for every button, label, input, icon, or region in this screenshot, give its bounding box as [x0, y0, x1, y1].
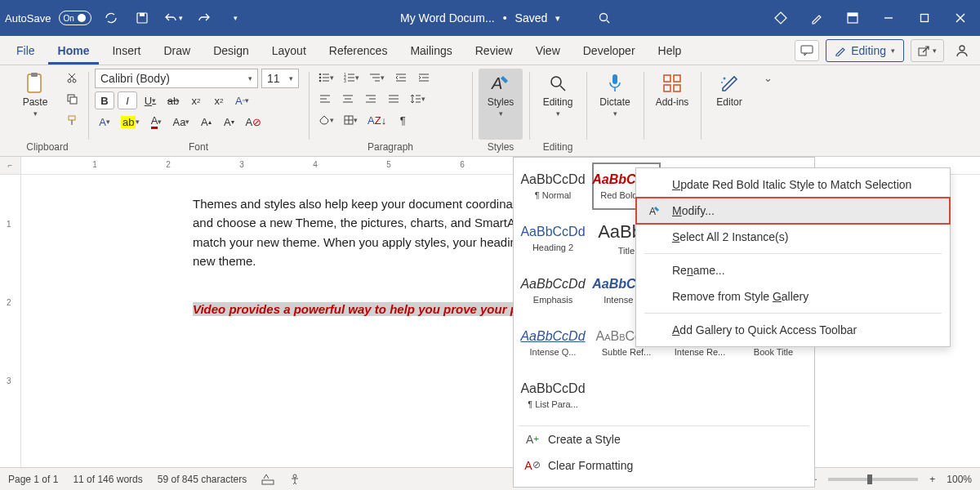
tab-file[interactable]: File [7, 36, 45, 65]
editing-group-button[interactable]: Editing▾ [536, 69, 580, 140]
spellcheck-icon[interactable] [261, 474, 274, 485]
tab-design[interactable]: Design [203, 36, 259, 65]
highlight-button[interactable]: ab▾ [118, 113, 143, 131]
status-words[interactable]: 11 of 146 words [73, 474, 142, 485]
shading-button[interactable]: ▾ [315, 111, 337, 129]
line-spacing-button[interactable]: ▾ [407, 90, 429, 108]
minimize-button[interactable] [877, 7, 900, 29]
align-right-button[interactable] [361, 90, 381, 108]
text-fill-button[interactable]: A▾ [95, 113, 114, 131]
svg-line-17 [69, 74, 74, 79]
decrease-indent-button[interactable] [391, 69, 411, 87]
ctx-remove-from-gallery[interactable]: Remove from Style Gallery [636, 283, 950, 310]
ctx-select-all-instances[interactable]: Select All 2 Instance(s) [636, 224, 950, 250]
svg-point-16 [73, 79, 76, 82]
cut-button[interactable] [62, 69, 82, 87]
underline-button[interactable]: U▾ [140, 91, 160, 109]
font-name-combo[interactable]: Calibri (Body)▾ [95, 69, 258, 88]
svg-rect-1 [140, 13, 145, 16]
style-cell[interactable]: AaBbCcDd¶ Normal [519, 163, 587, 210]
font-color-button[interactable]: A▾ [146, 113, 166, 131]
status-bar: Page 1 of 1 11 of 146 words 59 of 845 ch… [0, 467, 980, 490]
font-size-combo[interactable]: 11▾ [261, 69, 299, 88]
align-center-button[interactable] [338, 90, 358, 108]
tab-help[interactable]: Help [648, 36, 692, 65]
dictate-button[interactable]: Dictate▾ [593, 69, 637, 140]
tab-mailings[interactable]: Mailings [400, 36, 461, 65]
align-left-button[interactable] [315, 90, 335, 108]
clear-formatting-button[interactable]: A⊘ Clear Formatting [519, 452, 809, 479]
accessibility-icon[interactable] [289, 474, 301, 485]
tab-view[interactable]: View [526, 36, 570, 65]
ctx-update-style[interactable]: Update Red Bold Italic Style to Match Se… [636, 172, 950, 198]
change-case-button[interactable]: Aa▾ [169, 113, 193, 131]
close-button[interactable] [949, 7, 972, 29]
collapse-ribbon-button[interactable]: ⌄ [758, 67, 777, 156]
sort-button[interactable]: AZ↓ [364, 111, 390, 129]
ctx-rename-style[interactable]: Rename... [636, 257, 950, 283]
style-cell[interactable]: AaBbCcDdEmphasis [519, 267, 587, 314]
grow-font-button[interactable]: A▴ [196, 113, 216, 131]
tab-developer[interactable]: Developer [573, 36, 645, 65]
autosave-label: AutoSave [5, 12, 51, 24]
numbering-button[interactable]: 123▾ [341, 69, 363, 87]
maximize-button[interactable] [913, 7, 936, 29]
ctx-modify-style[interactable]: A Modify... [636, 198, 950, 224]
shrink-font-button[interactable]: A▾ [219, 113, 238, 131]
ruler-corner: ⌐ [0, 157, 21, 175]
pen-icon[interactable] [805, 7, 828, 29]
account-icon[interactable] [951, 39, 973, 62]
clear-formatting-button[interactable]: A⊘ [242, 113, 265, 131]
diamond-icon[interactable] [769, 7, 792, 29]
ctx-add-to-qat[interactable]: Add Gallery to Quick Access Toolbar [636, 317, 950, 343]
bullets-button[interactable]: ▾ [315, 69, 337, 87]
search-button[interactable] [593, 7, 616, 29]
style-cell[interactable]: AaBbCcDd¶ List Para... [519, 372, 587, 419]
zoom-in-button[interactable]: + [929, 474, 935, 485]
bold-button[interactable]: B [95, 91, 114, 109]
tab-review[interactable]: Review [466, 36, 523, 65]
share-button[interactable]: ▾ [911, 39, 944, 62]
tab-layout[interactable]: Layout [262, 36, 316, 65]
subscript-button[interactable]: x2 [186, 91, 206, 109]
chevron-down-icon[interactable]: ▾ [555, 13, 560, 24]
editing-mode-button[interactable]: Editing ▾ [826, 39, 904, 62]
redo-button[interactable] [193, 7, 216, 29]
save-icon[interactable] [131, 7, 154, 29]
strikethrough-button[interactable]: ab [163, 91, 183, 109]
text-effects-button[interactable]: A▫▾ [232, 91, 252, 109]
create-style-button[interactable]: A+ Create a Style [519, 426, 809, 452]
copy-button[interactable] [62, 90, 82, 108]
qat-overflow[interactable]: ▾ [224, 7, 247, 29]
autosave-toggle[interactable]: On [59, 11, 91, 25]
status-chars[interactable]: 59 of 845 characters [158, 474, 247, 485]
sync-icon[interactable] [100, 7, 122, 29]
tab-home[interactable]: Home [48, 36, 100, 65]
multilevel-list-button[interactable]: ▾ [366, 69, 388, 87]
zoom-slider[interactable] [828, 478, 918, 481]
zoom-level[interactable]: 100% [947, 474, 972, 485]
superscript-button[interactable]: x2 [209, 91, 229, 109]
justify-button[interactable] [384, 90, 403, 108]
paragraph-text-selected[interactable]: Video provides a powerful way to help yo… [193, 302, 544, 316]
style-context-menu: Update Red Bold Italic Style to Match Se… [635, 167, 951, 347]
increase-indent-button[interactable] [414, 69, 434, 87]
addins-button[interactable]: Add-ins [650, 69, 694, 140]
paste-button[interactable]: Paste ▾ [13, 69, 57, 140]
show-hide-button[interactable]: ¶ [393, 111, 412, 129]
tab-insert[interactable]: Insert [102, 36, 150, 65]
tab-draw[interactable]: Draw [154, 36, 200, 65]
style-cell[interactable]: AaBbCcDdIntense Q... [519, 319, 587, 367]
ribbon-display-icon[interactable] [841, 7, 864, 29]
style-cell[interactable]: AaBbCcDdHeading 2 [519, 215, 587, 262]
editor-button[interactable]: Editor [707, 69, 751, 140]
format-painter-button[interactable] [62, 111, 82, 129]
italic-button[interactable]: I [118, 91, 137, 109]
tab-references[interactable]: References [319, 36, 398, 65]
vertical-ruler[interactable]: 123 [0, 175, 21, 467]
styles-button[interactable]: A Styles▾ [479, 69, 523, 140]
borders-button[interactable]: ▾ [341, 111, 361, 129]
status-page[interactable]: Page 1 of 1 [8, 474, 58, 485]
comments-button[interactable] [795, 40, 819, 61]
undo-button[interactable]: ▾ [162, 7, 185, 29]
